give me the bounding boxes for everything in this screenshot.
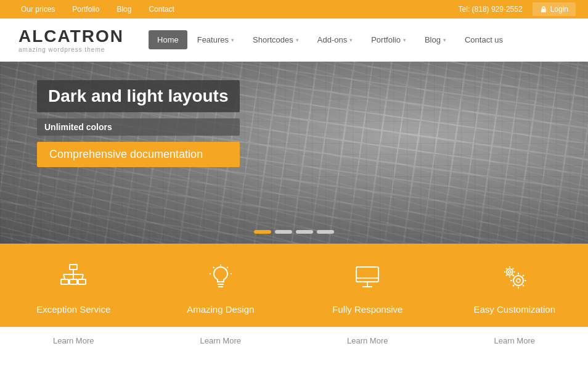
- header: ALCATRON amazing wordpress theme Home Fe…: [0, 18, 588, 62]
- nav-home[interactable]: Home: [149, 30, 187, 49]
- svg-line-43: [523, 285, 524, 286]
- feature-responsive-box: Fully Responsive: [294, 244, 441, 327]
- svg-point-27: [508, 271, 511, 273]
- chevron-down-icon: ▾: [349, 37, 353, 43]
- feature-exception: Exception Service Learn More: [0, 244, 147, 354]
- feature-responsive-title: Fully Responsive: [332, 304, 402, 314]
- nav-addons[interactable]: Add-ons ▾: [309, 30, 361, 49]
- svg-point-36: [513, 276, 523, 286]
- feature-exception-title: Exception Service: [36, 304, 110, 314]
- topbar-link-contact[interactable]: Contact: [140, 0, 182, 18]
- svg-line-12: [63, 274, 65, 279]
- feature-design-box: Amazing Design: [147, 244, 295, 327]
- feature-responsive-learn[interactable]: Learn More: [294, 327, 441, 354]
- svg-line-19: [213, 267, 214, 268]
- design-icon: [206, 262, 235, 295]
- slider-dot-4[interactable]: [317, 230, 334, 234]
- top-bar-links: Our prices Portfolio Blog Contact: [12, 0, 183, 18]
- lock-icon: [540, 6, 547, 13]
- exception-service-icon: [59, 262, 88, 295]
- svg-line-42: [513, 275, 514, 276]
- hierarchy-icon: [59, 262, 88, 292]
- logo-subtitle: amazing wordpress theme: [18, 46, 124, 53]
- feature-design-learn[interactable]: Learn More: [147, 327, 295, 354]
- chevron-down-icon: ▾: [296, 37, 299, 43]
- svg-rect-7: [61, 279, 68, 284]
- nav-shortcodes[interactable]: Shortcodes ▾: [244, 30, 308, 49]
- logo-title: ALCATRON: [18, 27, 124, 46]
- main-nav: Home Features ▾ Shortcodes ▾ Add-ons ▾ P…: [149, 30, 570, 49]
- svg-point-26: [507, 269, 513, 275]
- telephone: Tel: (818) 929-2552: [459, 5, 523, 14]
- chevron-down-icon: ▾: [231, 37, 234, 43]
- responsive-icon: [353, 262, 382, 295]
- feature-customization-learn[interactable]: Learn More: [441, 327, 589, 354]
- feature-exception-learn[interactable]: Learn More: [0, 327, 147, 354]
- hero-tag-colors: Unlimited colors: [37, 118, 240, 136]
- topbar-link-blog[interactable]: Blog: [108, 0, 140, 18]
- svg-line-32: [506, 268, 507, 269]
- chevron-down-icon: ▾: [443, 37, 446, 43]
- nav-features[interactable]: Features ▾: [189, 30, 243, 49]
- lightbulb-icon: [206, 262, 235, 292]
- slider-dots: [254, 230, 334, 234]
- topbar-link-prices[interactable]: Our prices: [12, 0, 63, 18]
- hero-tag-layouts: Dark and light layouts: [37, 80, 240, 112]
- svg-rect-22: [356, 267, 378, 282]
- features-section: Exception Service Learn More Amazing Des…: [0, 244, 588, 354]
- svg-line-35: [506, 275, 507, 276]
- feature-customization-title: Easy Customization: [473, 304, 555, 314]
- slider-dot-2[interactable]: [275, 230, 292, 234]
- feature-customization: Easy Customization Learn More: [441, 244, 589, 354]
- svg-point-37: [517, 279, 520, 282]
- logo-area: ALCATRON amazing wordpress theme: [18, 27, 124, 53]
- svg-line-45: [513, 285, 514, 286]
- nav-portfolio[interactable]: Portfolio ▾: [362, 30, 415, 49]
- top-bar: Our prices Portfolio Blog Contact Tel: (…: [0, 0, 588, 18]
- nav-contact[interactable]: Contact us: [456, 30, 512, 49]
- svg-rect-6: [70, 265, 77, 269]
- svg-line-14: [82, 274, 83, 279]
- top-bar-right: Tel: (818) 929-2552 Login: [459, 2, 576, 16]
- hero-slider: Dark and light layouts Unlimited colors …: [0, 62, 588, 244]
- hero-tag-docs[interactable]: Comprehensive documentation: [37, 142, 240, 167]
- svg-rect-0: [541, 9, 546, 12]
- feature-customization-box: Easy Customization: [441, 244, 589, 327]
- svg-line-44: [523, 275, 524, 276]
- gears-icon: [500, 262, 529, 292]
- svg-line-18: [227, 267, 228, 268]
- hero-content: Dark and light layouts Unlimited colors …: [37, 80, 240, 167]
- nav-blog[interactable]: Blog ▾: [416, 30, 455, 49]
- svg-rect-8: [70, 279, 77, 284]
- svg-line-34: [512, 268, 513, 269]
- feature-design: Amazing Design Learn More: [147, 244, 295, 354]
- chevron-down-icon: ▾: [403, 37, 406, 43]
- slider-dot-3[interactable]: [296, 230, 313, 234]
- topbar-link-portfolio[interactable]: Portfolio: [63, 0, 108, 18]
- customization-icon: [500, 262, 529, 295]
- feature-exception-box: Exception Service: [0, 244, 147, 327]
- feature-responsive: Fully Responsive Learn More: [294, 244, 441, 354]
- svg-rect-9: [78, 279, 86, 284]
- monitor-icon: [353, 262, 382, 292]
- feature-design-title: Amazing Design: [187, 304, 254, 314]
- slider-dot-1[interactable]: [254, 230, 271, 234]
- login-button[interactable]: Login: [533, 2, 576, 16]
